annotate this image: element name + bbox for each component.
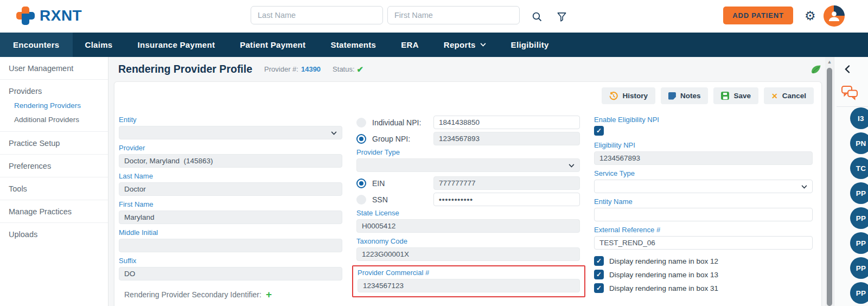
notes-icon [668, 92, 676, 100]
provider-type-select[interactable]: Select... [356, 158, 580, 172]
service-type-label: Service Type [594, 169, 813, 177]
nav-item-claims[interactable]: Claims [73, 33, 125, 57]
display-box-13-checkbox[interactable]: ✓ [594, 270, 604, 279]
provider-commercial-label: Provider Commercial # [358, 269, 580, 277]
search-icon[interactable] [530, 10, 544, 24]
last-name-field[interactable]: Doctor [119, 182, 342, 196]
taxonomy-code-label: Taxonomy Code [356, 237, 580, 245]
scroll-up-icon[interactable]: ▲ [825, 59, 834, 65]
external-reference-field[interactable]: TEST_REND_06 [594, 236, 813, 250]
sidebar-item-uploads[interactable]: Uploads [0, 223, 108, 245]
middle-initial-field[interactable] [119, 239, 342, 252]
badge-i3[interactable]: I3 [850, 107, 868, 129]
ein-field[interactable]: 777777777 [433, 176, 580, 190]
nav-item-encounters[interactable]: Encounters [0, 33, 73, 57]
panel-divider [837, 106, 868, 107]
sidebar-item-user-management[interactable]: User Management [0, 57, 108, 79]
save-button[interactable]: Save [713, 87, 758, 104]
nav-item-era[interactable]: ERA [388, 33, 431, 57]
entity-label: Entity [119, 116, 342, 124]
cancel-button[interactable]: ✕ Cancel [764, 87, 814, 104]
entity-select[interactable]: Provider [119, 126, 342, 139]
ein-label: EIN [372, 179, 433, 188]
provider-commercial-field[interactable]: 1234567123 [358, 279, 580, 292]
user-avatar[interactable] [824, 5, 845, 27]
individual-npi-field[interactable]: 1841438850 [433, 116, 580, 129]
chevron-down-icon [569, 164, 575, 168]
sidebar-item-providers[interactable]: Providers [0, 80, 108, 99]
logo-text: RXNT [40, 7, 82, 24]
first-name-field[interactable]: Maryland [119, 211, 342, 224]
provider-form: Entity Provider Provider Doctor, Marylan… [119, 116, 813, 297]
add-secondary-identifier-icon[interactable]: + [266, 291, 272, 298]
individual-npi-radio[interactable] [356, 118, 366, 127]
filter-icon[interactable] [554, 10, 569, 24]
first-name-label: First Name [119, 200, 342, 208]
ssn-label: SSN [372, 195, 433, 204]
badge-pp-5[interactable]: PP [850, 282, 868, 304]
suffix-field[interactable]: DO [119, 267, 342, 280]
display-box-12-checkbox[interactable]: ✓ [594, 256, 604, 266]
badge-pp-4[interactable]: PP [850, 257, 868, 279]
save-icon [721, 92, 729, 100]
nav-item-eligibility[interactable]: Eligibility [499, 33, 561, 57]
group-npi-label: Group NPI: [372, 135, 433, 143]
display-box-31-checkbox[interactable]: ✓ [594, 283, 604, 293]
ein-radio[interactable] [356, 178, 366, 188]
provider-field[interactable]: Doctor, Maryland (145863) [119, 154, 342, 168]
provider-type-label: Provider Type [356, 148, 580, 156]
eligibility-npi-field[interactable]: 1234567893 [594, 151, 813, 165]
collapse-panel-icon[interactable] [845, 65, 850, 75]
history-icon [609, 92, 618, 100]
chevron-down-icon [331, 131, 337, 135]
ssn-field[interactable]: ••••••••••• [433, 193, 580, 206]
rxnt-logo[interactable]: RXNT [16, 6, 82, 25]
badge-pp-2[interactable]: PP [850, 207, 868, 229]
sidebar-item-tools[interactable]: Tools [0, 177, 108, 200]
badge-pn[interactable]: PN [850, 132, 868, 154]
enable-eligibility-npi-checkbox[interactable]: ✓ [594, 126, 604, 136]
badge-tc[interactable]: TC [850, 157, 868, 179]
ssn-radio[interactable] [356, 195, 366, 205]
page-title: Rendering Provider Profile [118, 63, 252, 75]
chevron-down-icon [480, 43, 486, 47]
chevron-down-icon [801, 185, 807, 189]
add-patient-button[interactable]: ADD PATIENT [723, 7, 793, 24]
entity-name-field[interactable] [594, 208, 813, 221]
sidebar-item-practice-setup[interactable]: Practice Setup [0, 132, 108, 154]
form-column-right: Enable Eligibility NPI ✓ Eligibility NPI… [594, 116, 813, 297]
eligibility-npi-label: Eligibility NPI [594, 141, 813, 149]
chat-icon[interactable] [841, 85, 858, 103]
badge-pp-3[interactable]: PP [850, 232, 868, 254]
first-name-search-input[interactable] [387, 6, 520, 24]
nav-item-insurance-payment[interactable]: Insurance Payment [125, 33, 228, 57]
badge-pp-1[interactable]: PP [850, 182, 868, 204]
notes-button[interactable]: Notes [661, 87, 709, 104]
form-column-middle: Individual NPI: 1841438850 Group NPI: 12… [356, 116, 580, 297]
taxonomy-code-field[interactable]: 1223G00001X [356, 247, 580, 261]
person-icon [828, 10, 840, 22]
nav-item-patient-payment[interactable]: Patient Payment [227, 33, 318, 57]
last-name-search-input[interactable] [251, 6, 383, 24]
group-npi-field[interactable]: 1234567893 [433, 132, 580, 145]
nav-item-statements[interactable]: Statements [318, 33, 388, 57]
scrollbar-thumb[interactable] [827, 68, 832, 306]
nav-item-reports[interactable]: Reports [431, 33, 499, 57]
history-button[interactable]: History [602, 87, 655, 104]
sidebar-item-manage-practices[interactable]: Manage Practices [0, 200, 108, 222]
group-npi-radio[interactable] [356, 134, 366, 144]
service-type-select[interactable]: Very Part Time [594, 180, 813, 193]
individual-npi-label: Individual NPI: [372, 118, 433, 127]
last-name-label: Last Name [119, 172, 342, 180]
card-toolbar: History Notes Save ✕ Cancel [602, 87, 814, 104]
main-nav: Encounters Claims Insurance Payment Pati… [0, 33, 868, 57]
sidebar-item-rendering-providers[interactable]: Rendering Providers [0, 99, 108, 113]
sidebar-item-preferences[interactable]: Preferences [0, 155, 108, 177]
state-license-field[interactable]: H0005412 [356, 219, 580, 233]
sidebar-item-additional-providers[interactable]: Additional Providers [0, 113, 108, 127]
display-box-12-label: Display rendering name in box 12 [609, 257, 718, 265]
vertical-scrollbar[interactable]: ▲ [825, 57, 834, 306]
right-rail: I3 PN TC PP PP PP PP PP [834, 57, 868, 306]
gear-icon[interactable]: ⚙ [805, 8, 816, 24]
provider-number[interactable]: 14390 [301, 65, 321, 73]
